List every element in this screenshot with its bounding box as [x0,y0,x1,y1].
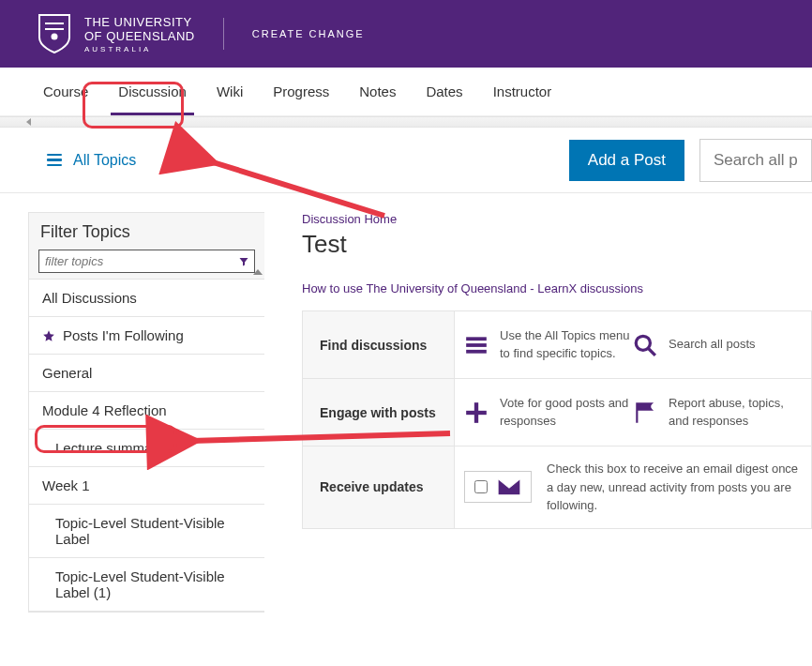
help-row-engage: Engage with posts Vote for good posts an… [303,379,811,447]
help-label-engage: Engage with posts [303,379,455,446]
tab-dates[interactable]: Dates [411,68,477,114]
help-row-updates: Receive updates Check this box to receiv… [303,447,811,528]
filter-topics-input[interactable] [38,250,255,273]
topic-all-discussions[interactable]: All Discussions [29,279,264,317]
help-search-text: Search all posts [669,336,756,353]
scroll-up-icon [253,269,263,275]
header-divider [223,18,224,50]
help-find-text: Use the All Topics menu to find specific… [500,327,633,361]
course-tabs: Course Discussion Wiki Progress Notes Da… [0,68,812,116]
filter-icon[interactable] [238,255,249,266]
horizontal-scroll-hint[interactable] [0,116,812,128]
shield-icon [38,13,71,54]
help-vote-text: Vote for good posts and responses [500,395,633,429]
search-icon [633,333,657,357]
topics-sidebar: Filter Topics All Discussions Posts I'm … [28,212,264,613]
filter-topics-heading: Filter Topics [29,213,264,250]
tab-discussion[interactable]: Discussion [103,68,202,114]
svg-rect-1 [45,28,64,30]
menu-icon[interactable] [47,154,62,167]
envelope-icon [497,477,521,496]
email-digest-checkbox[interactable] [474,480,488,493]
topic-lecture-summary[interactable]: Lecture summary [29,430,264,467]
svg-rect-9 [466,410,487,414]
help-updates-text: Check this box to receive an email diges… [547,460,802,515]
discussion-toolbar: All Topics Add a Post [0,128,812,193]
tab-instructor[interactable]: Instructor [478,68,567,114]
breadcrumb: Discussion Home [302,212,812,226]
svg-rect-3 [466,337,487,341]
tab-notes[interactable]: Notes [344,68,411,114]
svg-rect-4 [466,343,487,347]
topic-student-label[interactable]: Topic-Level Student-Visible Label [29,505,264,558]
tagline: CREATE CHANGE [252,28,365,39]
topic-list: All Discussions Posts I'm Following Gene… [29,279,264,612]
svg-point-2 [52,34,58,40]
help-table: Find discussions Use the All Topics menu… [302,310,812,529]
uni-name-1: THE UNIVERSITY [84,15,195,29]
tab-course[interactable]: Course [28,68,103,114]
topic-student-label-1[interactable]: Topic-Level Student-Visible Label (1) [29,558,264,612]
tab-progress[interactable]: Progress [258,68,344,114]
svg-rect-0 [45,23,64,24]
tab-wiki[interactable]: Wiki [202,68,258,114]
logo: THE UNIVERSITY OF QUEENSLAND AUSTRALIA C… [38,13,365,54]
all-topics-link[interactable]: All Topics [73,152,136,169]
star-icon [42,329,55,342]
list-icon [464,333,489,357]
discussion-main: Discussion Home Test How to use The Univ… [264,212,812,613]
topic-module-4-reflection[interactable]: Module 4 Reflection [29,392,264,430]
uni-country: AUSTRALIA [84,45,195,53]
topic-general[interactable]: General [29,355,264,392]
help-label-find: Find discussions [303,311,455,378]
svg-line-7 [648,348,655,356]
page-title: Test [302,230,812,259]
uni-name-2: OF QUEENSLAND [84,29,195,43]
email-digest-toggle[interactable] [464,471,532,503]
howto-text: How to use The University of Queensland … [302,281,812,295]
flag-icon [633,401,657,425]
chevron-left-icon [26,118,31,126]
help-report-text: Report abuse, topics, and responses [669,395,802,429]
svg-rect-5 [466,349,487,353]
topic-week-1[interactable]: Week 1 [29,467,264,505]
add-post-button[interactable]: Add a Post [569,140,684,181]
help-row-find: Find discussions Use the All Topics menu… [303,311,811,379]
plus-icon [464,401,489,425]
app-header: THE UNIVERSITY OF QUEENSLAND AUSTRALIA C… [0,0,812,68]
topic-posts-following[interactable]: Posts I'm Following [29,317,264,355]
svg-point-6 [636,336,650,350]
search-input[interactable] [699,139,812,182]
help-label-updates: Receive updates [303,447,455,528]
